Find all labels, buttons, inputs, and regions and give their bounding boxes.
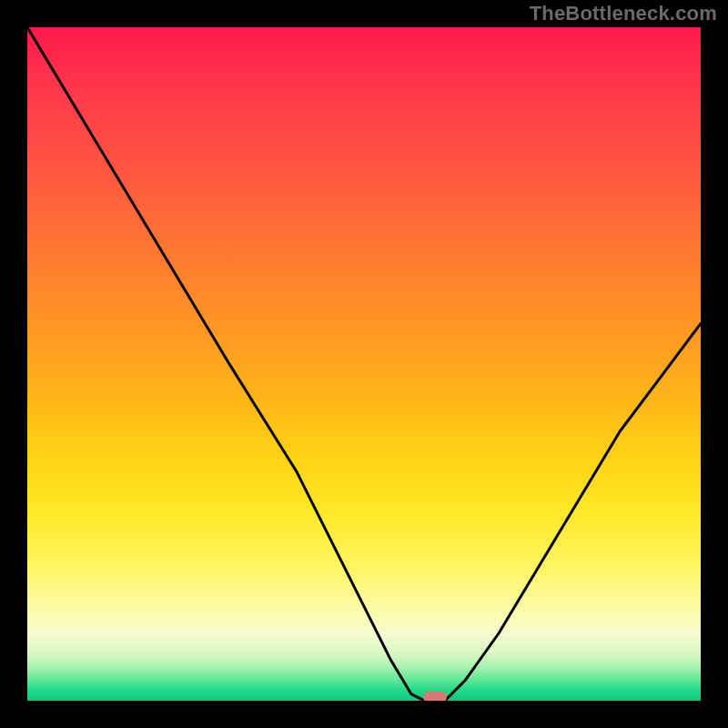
chart-container: TheBottleneck.com: [0, 0, 728, 728]
optimal-marker: [423, 691, 447, 701]
plot-area: [27, 27, 701, 701]
watermark-text: TheBottleneck.com: [530, 2, 717, 25]
curve-path: [27, 27, 701, 701]
bottleneck-curve: [27, 27, 701, 701]
